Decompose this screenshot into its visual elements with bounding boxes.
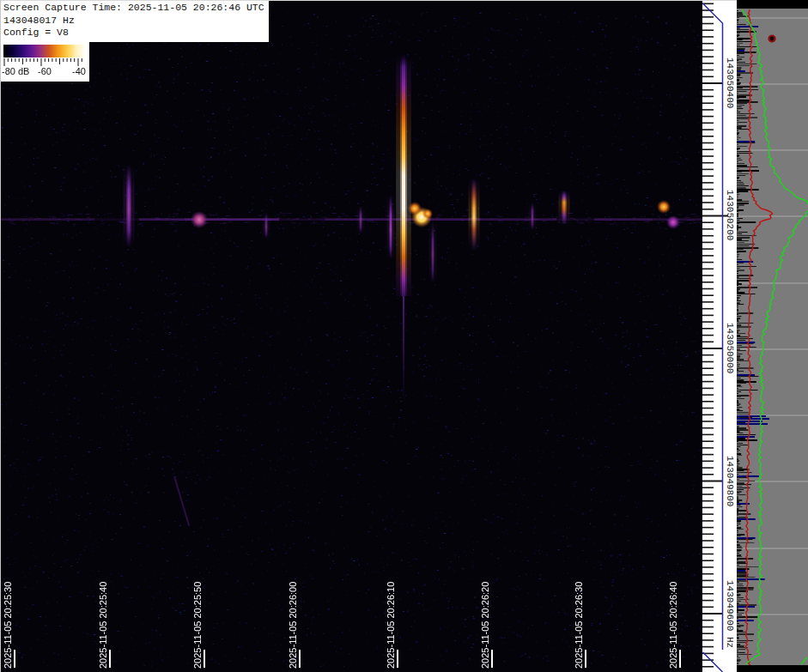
freq-axis-label: 143049800 [725,456,735,506]
colorbar-gradient [3,45,86,58]
freq-axis-label: 143050200 [725,190,735,240]
colorbar-labels: -80 dB -60 -40 [0,66,89,80]
frequency-ruler: 1430504001430502001430500001430498001430… [702,0,737,672]
freq-axis-label: 143050000 [725,323,735,373]
top-border-line [0,0,737,1]
left-border-line [0,0,1,672]
frequency-text: 143048017 Hz [3,15,264,27]
colorbar-label-mid: -60 [38,66,52,76]
colorbar-label-min: -80 dB [2,66,29,76]
capture-info-box: Screen Capture Time: 2025-11-05 20:26:46… [0,0,269,42]
intensity-colorbar: -80 dB -60 -40 [0,41,89,82]
config-text: Config = V8 [3,27,264,39]
waterfall-spectrogram-canvas [0,0,702,672]
capture-time-text: Screen Capture Time: 2025-11-05 20:26:46… [3,2,264,15]
freq-axis-label: 143049600 Hz [725,580,735,648]
live-spectrum-side-panel [737,0,808,672]
colorbar-label-max: -40 [72,66,86,76]
spectrogram-screen: 2025-11-05 20:25:302025-11-05 20:25:4020… [0,0,808,672]
freq-axis-label: 143050400 [725,58,735,108]
